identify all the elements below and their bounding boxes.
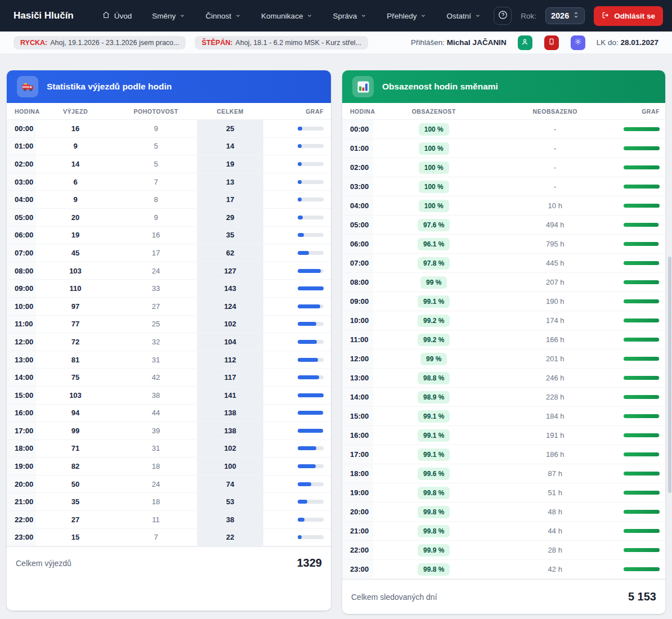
infobar-right: Přihlášen: Michal JAČANIN bbox=[411, 35, 658, 50]
obsazenost-badge: 100 % bbox=[419, 200, 449, 212]
user-icon bbox=[521, 38, 529, 48]
graf-bar-track bbox=[298, 233, 324, 237]
graf-bar bbox=[298, 446, 316, 450]
graf-bar-track bbox=[298, 322, 324, 326]
year-label: Rok: bbox=[521, 12, 536, 20]
hodina-cell: 21:00 bbox=[342, 522, 373, 540]
table-row: 06:00191635 bbox=[7, 227, 331, 245]
vyjezd-cell: 110 bbox=[36, 280, 115, 297]
table-row: 11:0099.2 %166 h bbox=[342, 330, 665, 349]
graf-bar bbox=[624, 319, 659, 322]
celkem-cell: 143 bbox=[197, 280, 263, 297]
hodina-cell: 05:00 bbox=[7, 209, 36, 226]
graf-bar bbox=[298, 464, 316, 468]
graf-bar bbox=[298, 322, 316, 326]
nav-item-cinnost[interactable]: Činnost bbox=[205, 12, 241, 20]
table-row: 21:00351853 bbox=[7, 493, 331, 511]
infobar-actions bbox=[518, 35, 585, 50]
graf-cell bbox=[263, 280, 331, 297]
navbar-right: Rok: 2026 Odhlásit se bbox=[494, 6, 663, 26]
graf-cell bbox=[263, 173, 331, 191]
phone-button[interactable] bbox=[544, 35, 559, 50]
pohotovost-cell: 24 bbox=[115, 476, 197, 493]
obsazenost-cell: 98.9 % bbox=[373, 388, 495, 406]
obsazenost-badge: 100 % bbox=[419, 181, 449, 193]
obsazenost-cell: 100 % bbox=[373, 120, 495, 138]
user-button[interactable] bbox=[518, 35, 532, 50]
graf-bar bbox=[624, 338, 659, 342]
col-celkem: CELKEM bbox=[197, 108, 263, 115]
graf-cell bbox=[616, 445, 665, 464]
pohotovost-cell: 18 bbox=[115, 493, 197, 510]
graf-bar-track bbox=[298, 286, 324, 290]
table-row: 20:00502474 bbox=[7, 476, 331, 494]
graf-cell bbox=[616, 139, 665, 158]
hodina-cell: 04:00 bbox=[342, 196, 373, 215]
nav-item-prehledy[interactable]: Přehledy bbox=[387, 12, 426, 20]
graf-bar bbox=[624, 491, 660, 495]
table-row: 10:0099.2 %174 h bbox=[342, 311, 665, 330]
obsazenost-cell: 99.1 % bbox=[373, 445, 495, 464]
table-row: 05:0020929 bbox=[7, 209, 331, 227]
graf-bar-track bbox=[624, 338, 660, 342]
obsazenost-cell: 100 % bbox=[373, 158, 495, 177]
year-value: 2026 bbox=[551, 11, 569, 20]
right-card-header: Obsazenost hodin směnami bbox=[342, 70, 665, 103]
pohotovost-cell: 24 bbox=[115, 262, 197, 280]
neobsazeno-cell: 10 h bbox=[495, 196, 616, 215]
graf-bar-track bbox=[298, 375, 324, 379]
nav-item-uvod[interactable]: Úvod bbox=[102, 11, 132, 21]
message-chip[interactable]: RYCKA:Ahoj, 19.1.2026 - 23.1.2026 jsem p… bbox=[14, 36, 186, 50]
hodina-cell: 09:00 bbox=[342, 292, 373, 311]
hodina-cell: 20:00 bbox=[342, 503, 373, 521]
theme-button[interactable] bbox=[571, 35, 585, 50]
vyjezd-cell: 9 bbox=[36, 191, 115, 208]
table-row: 02:00100 %- bbox=[342, 158, 665, 177]
table-row: 19:0099.8 %51 h bbox=[342, 483, 665, 503]
hodina-cell: 00:00 bbox=[342, 120, 373, 138]
obsazenost-badge: 99.1 % bbox=[418, 429, 450, 442]
message-chip[interactable]: ŠTĚPÁN:Ahoj, 18.1 - 6.2 mimo MSK - Kurz … bbox=[195, 36, 368, 50]
col-vyjezd: VÝJEZD bbox=[36, 108, 115, 115]
nav-item-smeny[interactable]: Směny bbox=[152, 12, 185, 20]
main-nav: ÚvodSměnyČinnostKomunikaceSprávaPřehledy… bbox=[102, 11, 481, 21]
infobar: RYCKA:Ahoj, 19.1.2026 - 23.1.2026 jsem p… bbox=[0, 32, 672, 54]
year-select[interactable]: 2026 bbox=[545, 7, 585, 24]
obsazenost-badge: 100 % bbox=[419, 142, 449, 155]
graf-bar-track bbox=[298, 216, 324, 219]
nav-item-sprava[interactable]: Správa bbox=[333, 12, 366, 20]
col-pohotovost: POHOTOVOST bbox=[115, 108, 197, 115]
graf-cell bbox=[263, 298, 331, 315]
table-row: 17:0099.1 %186 h bbox=[342, 445, 665, 464]
graf-bar-track bbox=[298, 144, 324, 148]
graf-cell bbox=[616, 522, 665, 540]
table-row: 14:0098.9 %228 h bbox=[342, 388, 665, 407]
obsazenost-cell: 99.2 % bbox=[373, 330, 495, 349]
scrollbar-thumb[interactable] bbox=[668, 257, 671, 493]
celkem-cell: 25 bbox=[197, 120, 263, 137]
left-table-body: 00:001692501:00951402:001451903:00671304… bbox=[7, 120, 331, 546]
hodina-cell: 07:00 bbox=[7, 244, 36, 262]
graf-bar-track bbox=[624, 491, 660, 495]
graf-cell bbox=[616, 541, 665, 559]
col-neobsazeno: NEOBSAZENO bbox=[495, 108, 616, 115]
chevron-down-icon bbox=[361, 12, 366, 20]
nav-item-label: Komunikace bbox=[261, 12, 303, 20]
left-table-header: HODINA VÝJEZD POHOTOVOST CELKEM GRAF bbox=[7, 103, 331, 120]
graf-bar-track bbox=[298, 162, 324, 166]
help-button[interactable] bbox=[494, 7, 512, 25]
nav-item-komunikace[interactable]: Komunikace bbox=[261, 12, 312, 20]
graf-bar bbox=[624, 223, 658, 227]
graf-cell bbox=[616, 407, 665, 425]
graf-bar-track bbox=[624, 529, 660, 533]
graf-cell bbox=[263, 422, 331, 439]
vyjezd-cell: 72 bbox=[36, 333, 115, 351]
table-row: 23:0015722 bbox=[7, 529, 331, 547]
vyjezd-cell: 6 bbox=[36, 173, 115, 191]
graf-bar-track bbox=[624, 165, 660, 169]
nav-item-ostatni[interactable]: Ostatní bbox=[446, 12, 481, 20]
logout-button[interactable]: Odhlásit se bbox=[594, 6, 663, 26]
table-row: 04:00100 %10 h bbox=[342, 196, 665, 216]
obsazenost-badge: 99.8 % bbox=[418, 487, 450, 499]
graf-bar bbox=[624, 395, 659, 399]
